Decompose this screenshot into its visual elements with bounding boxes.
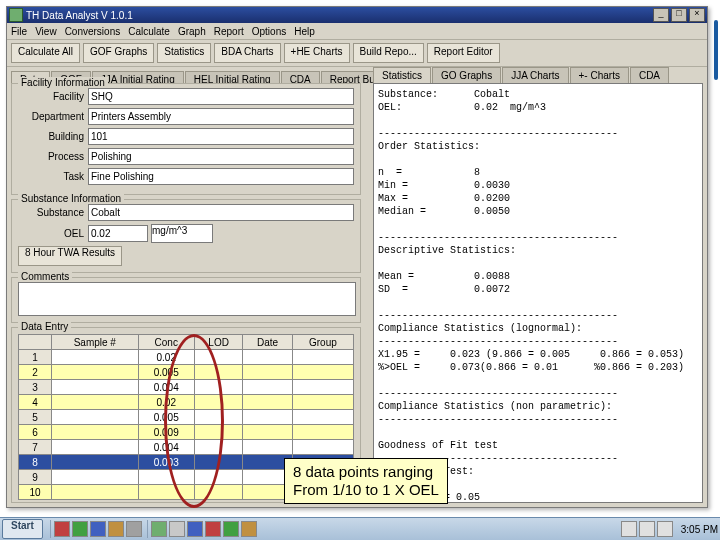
row-number-cell[interactable]: 2 xyxy=(19,365,52,380)
table-cell[interactable] xyxy=(52,350,139,365)
tray-icon[interactable] xyxy=(621,521,637,537)
table-cell[interactable] xyxy=(243,410,292,425)
conc-cell[interactable]: 0.004 xyxy=(138,380,194,395)
table-cell[interactable] xyxy=(194,455,242,470)
menu-report[interactable]: Report xyxy=(214,26,244,37)
table-cell[interactable] xyxy=(194,440,242,455)
table-cell[interactable] xyxy=(243,425,292,440)
right-tab-statistics[interactable]: Statistics xyxy=(373,67,431,83)
quicklaunch-icon[interactable] xyxy=(54,521,70,537)
table-cell[interactable] xyxy=(292,410,353,425)
table-cell[interactable] xyxy=(194,485,242,500)
table-cell[interactable] xyxy=(194,380,242,395)
table-cell[interactable] xyxy=(194,410,242,425)
row-number-cell[interactable]: 4 xyxy=(19,395,52,410)
toolbar-statistics[interactable]: Statistics xyxy=(157,43,211,63)
conc-cell[interactable]: 0.003 xyxy=(138,455,194,470)
col-lod[interactable]: LOD xyxy=(194,335,242,350)
menu-help[interactable]: Help xyxy=(294,26,315,37)
col-sample[interactable]: Sample # xyxy=(52,335,139,350)
taskbar-app-icon[interactable] xyxy=(151,521,167,537)
table-cell[interactable] xyxy=(292,440,353,455)
table-cell[interactable] xyxy=(52,425,139,440)
table-cell[interactable] xyxy=(292,425,353,440)
menu-calculate[interactable]: Calculate xyxy=(128,26,170,37)
taskbar-app-icon[interactable] xyxy=(241,521,257,537)
minimize-button[interactable]: _ xyxy=(653,8,669,22)
table-cell[interactable] xyxy=(194,470,242,485)
quicklaunch-icon[interactable] xyxy=(108,521,124,537)
substance-input[interactable]: Cobalt xyxy=(88,204,354,221)
table-cell[interactable] xyxy=(194,350,242,365)
toolbar-report-editor[interactable]: Report Editor xyxy=(427,43,500,63)
toolbar-gof-graphs[interactable]: GOF Graphs xyxy=(83,43,154,63)
table-row[interactable]: 40.02 xyxy=(19,395,354,410)
taskbar-app-icon[interactable] xyxy=(223,521,239,537)
table-cell[interactable] xyxy=(52,470,139,485)
taskbar-app-icon[interactable] xyxy=(169,521,185,537)
oel-unit-select[interactable]: mg/m^3 xyxy=(151,224,213,243)
table-cell[interactable] xyxy=(292,380,353,395)
close-button[interactable]: × xyxy=(689,8,705,22)
menu-options[interactable]: Options xyxy=(252,26,286,37)
tray-icon[interactable] xyxy=(639,521,655,537)
conc-cell[interactable]: 0.009 xyxy=(138,425,194,440)
table-cell[interactable] xyxy=(52,455,139,470)
col-conc[interactable]: Conc xyxy=(138,335,194,350)
right-tab-jja-charts[interactable]: JJA Charts xyxy=(502,67,568,83)
table-cell[interactable] xyxy=(194,425,242,440)
col-group[interactable]: Group xyxy=(292,335,353,350)
toolbar-calculate-all[interactable]: Calculate All xyxy=(11,43,80,63)
row-number-cell[interactable]: 9 xyxy=(19,470,52,485)
table-cell[interactable] xyxy=(52,380,139,395)
table-row[interactable]: 60.009 xyxy=(19,425,354,440)
table-cell[interactable] xyxy=(194,395,242,410)
table-cell[interactable] xyxy=(52,365,139,380)
toolbar-build-report[interactable]: Build Repo... xyxy=(353,43,424,63)
task-input[interactable]: Fine Polishing xyxy=(88,168,354,185)
conc-cell[interactable]: 0.005 xyxy=(138,365,194,380)
tray-icon[interactable] xyxy=(657,521,673,537)
toolbar-bda-charts[interactable]: BDA Charts xyxy=(214,43,280,63)
right-tab-cda[interactable]: CDA xyxy=(630,67,669,83)
quicklaunch-icon[interactable] xyxy=(72,521,88,537)
conc-cell[interactable]: 0.005 xyxy=(138,410,194,425)
row-number-cell[interactable]: 3 xyxy=(19,380,52,395)
conc-cell[interactable] xyxy=(138,470,194,485)
taskbar-app-icon[interactable] xyxy=(187,521,203,537)
table-cell[interactable] xyxy=(292,365,353,380)
col-date[interactable]: Date xyxy=(243,335,292,350)
right-tab-pm-charts[interactable]: +- Charts xyxy=(570,67,629,83)
comments-textarea[interactable] xyxy=(18,282,356,316)
oel-input[interactable]: 0.02 xyxy=(88,225,148,242)
menu-view[interactable]: View xyxy=(35,26,57,37)
conc-cell[interactable]: 0.004 xyxy=(138,440,194,455)
table-cell[interactable] xyxy=(52,440,139,455)
department-input[interactable]: Printers Assembly xyxy=(88,108,354,125)
table-row[interactable]: 30.004 xyxy=(19,380,354,395)
conc-cell[interactable]: 0.02 xyxy=(138,350,194,365)
facility-input[interactable]: SHQ xyxy=(88,88,354,105)
table-row[interactable]: 70.004 xyxy=(19,440,354,455)
quicklaunch-icon[interactable] xyxy=(90,521,106,537)
table-cell[interactable] xyxy=(292,395,353,410)
start-button[interactable]: Start xyxy=(2,519,43,539)
table-cell[interactable] xyxy=(243,395,292,410)
table-row[interactable]: 50.005 xyxy=(19,410,354,425)
table-cell[interactable] xyxy=(243,350,292,365)
toolbar-he-charts[interactable]: +HE Charts xyxy=(284,43,350,63)
row-number-cell[interactable]: 7 xyxy=(19,440,52,455)
taskbar-app-icon[interactable] xyxy=(205,521,221,537)
row-number-cell[interactable]: 8 xyxy=(19,455,52,470)
row-number-cell[interactable]: 10 xyxy=(19,485,52,500)
conc-cell[interactable]: 0.02 xyxy=(138,395,194,410)
building-input[interactable]: 101 xyxy=(88,128,354,145)
menu-file[interactable]: File xyxy=(11,26,27,37)
conc-cell[interactable] xyxy=(138,485,194,500)
maximize-button[interactable]: □ xyxy=(671,8,687,22)
table-cell[interactable] xyxy=(243,440,292,455)
row-number-cell[interactable]: 1 xyxy=(19,350,52,365)
table-cell[interactable] xyxy=(194,365,242,380)
table-row[interactable]: 20.005 xyxy=(19,365,354,380)
quicklaunch-icon[interactable] xyxy=(126,521,142,537)
